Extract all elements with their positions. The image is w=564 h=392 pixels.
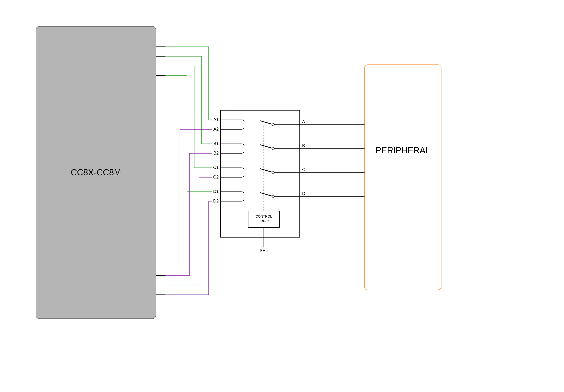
switch-arm-d <box>260 193 273 196</box>
peripheral-label: PERIPHERAL <box>376 146 430 155</box>
peripheral-block <box>365 65 441 290</box>
wire-green-0 <box>166 47 212 120</box>
processor-label: CC8X-CC8M <box>71 167 121 177</box>
switch-pivot-b <box>272 147 275 150</box>
mux-in-label-a2: A2 <box>213 127 219 132</box>
switch-arm-a <box>260 121 273 125</box>
mux-in-label-d2: D2 <box>213 199 219 203</box>
mux-in-label-b2: B2 <box>213 151 219 156</box>
wire-green-3 <box>166 75 212 192</box>
control-logic-label-2: LOGIC <box>258 219 269 223</box>
mux-in-label-c1: C1 <box>213 165 219 170</box>
mux-out-label-c: C <box>302 167 305 172</box>
mux-out-label-d: D <box>302 191 305 196</box>
switch-arm-b <box>260 145 273 149</box>
mux-in-label-d1: D1 <box>213 189 219 194</box>
mux-in-stub-b1 <box>221 144 245 145</box>
wire-purple-0 <box>166 129 212 266</box>
mux-out-label-b: B <box>302 143 305 148</box>
switch-pivot-c <box>272 171 275 174</box>
mux-in-stub-a2 <box>221 128 245 129</box>
wire-purple-1 <box>166 153 212 276</box>
mux-in-stub-c2 <box>221 176 245 177</box>
mux-in-stub-c1 <box>221 168 245 169</box>
mux-in-label-c2: C2 <box>213 175 219 179</box>
mux-in-label-a1: A1 <box>213 117 219 122</box>
mux-in-stub-d2 <box>221 200 245 201</box>
mux-out-label-a: A <box>302 119 305 124</box>
control-logic-label-1: CONTROL <box>256 215 272 218</box>
switch-pivot-d <box>272 195 275 198</box>
wire-green-1 <box>166 56 212 144</box>
switch-arm-c <box>260 169 273 173</box>
mux-in-stub-a1 <box>221 120 245 121</box>
switch-pivot-a <box>272 123 275 126</box>
mux-in-stub-d1 <box>221 192 245 193</box>
mux-in-label-b1: B1 <box>213 141 219 146</box>
mux-in-stub-b2 <box>221 152 245 153</box>
wire-green-2 <box>166 66 212 168</box>
wire-purple-2 <box>166 177 212 285</box>
wire-purple-3 <box>166 201 212 295</box>
sel-label: SEL <box>260 248 268 253</box>
